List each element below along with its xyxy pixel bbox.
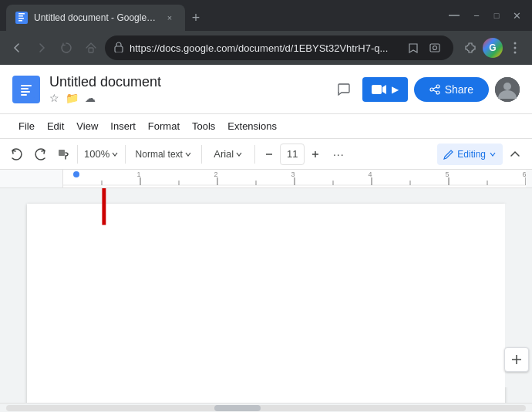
address-bar-row: https://docs.google.com/document/d/1EBYS… — [0, 31, 532, 65]
browser-frame: Untitled document - Google Do... × + − □… — [0, 0, 532, 412]
active-tab[interactable]: Untitled document - Google Do... × — [6, 5, 185, 31]
editing-mode-button[interactable]: Editing — [437, 144, 503, 165]
forward-button[interactable] — [31, 37, 52, 59]
decrease-font-size-button[interactable] — [258, 144, 280, 165]
tab-close-button[interactable]: × — [163, 12, 176, 24]
docs-app: Untitled document ☆ 📁 ☁ ▶ Share — [0, 65, 532, 412]
docs-logo — [12, 76, 40, 103]
svg-point-18 — [436, 85, 439, 88]
svg-text:4: 4 — [368, 171, 372, 178]
font-selector[interactable]: Arial — [205, 144, 251, 165]
toolbar-separator-4 — [254, 145, 255, 164]
svg-text:5: 5 — [445, 171, 449, 178]
docs-title-area: Untitled document ☆ 📁 ☁ — [49, 74, 322, 104]
svg-point-20 — [436, 91, 439, 94]
bottom-scrollbar-bar — [0, 403, 532, 412]
new-tab-button[interactable]: + — [185, 7, 207, 29]
back-button[interactable] — [6, 37, 28, 59]
redo-button[interactable] — [29, 144, 51, 165]
docs-title[interactable]: Untitled document — [49, 74, 322, 90]
zoom-selector[interactable]: 100% — [81, 144, 122, 165]
menu-file[interactable]: File — [12, 117, 41, 135]
svg-text:3: 3 — [291, 171, 295, 178]
increase-font-size-button[interactable] — [305, 144, 326, 165]
profile-icon[interactable]: G — [483, 38, 503, 58]
menu-bar: File Edit View Insert Format Tools Exten… — [0, 114, 532, 139]
horizontal-scrollbar-thumb[interactable] — [214, 405, 261, 411]
menu-tools[interactable]: Tools — [186, 117, 221, 135]
document-area[interactable] — [0, 188, 532, 403]
menu-format[interactable]: Format — [142, 117, 186, 135]
svg-rect-25 — [59, 150, 65, 156]
horizontal-scrollbar[interactable] — [6, 405, 526, 411]
svg-rect-3 — [19, 20, 22, 22]
svg-rect-15 — [21, 91, 30, 93]
undo-button[interactable] — [6, 144, 28, 165]
screenshot-button[interactable] — [426, 39, 444, 57]
window-controls: − □ ✕ — [449, 6, 526, 25]
svg-point-10 — [514, 47, 517, 49]
share-button[interactable]: Share — [414, 77, 489, 102]
font-size-display[interactable]: 11 — [280, 144, 305, 165]
svg-rect-6 — [115, 46, 123, 52]
paint-format-button[interactable] — [52, 144, 74, 165]
meet-label: ▶ — [392, 84, 399, 95]
toolbar-separator-2 — [125, 145, 126, 164]
reload-button[interactable] — [56, 37, 77, 59]
docs-title-icons: ☆ 📁 ☁ — [49, 92, 322, 104]
menu-edit[interactable]: Edit — [41, 117, 70, 135]
svg-point-24 — [503, 83, 511, 90]
browser-toolbar-icons: G — [460, 37, 526, 59]
folder-icon[interactable]: 📁 — [66, 92, 79, 104]
star-icon[interactable]: ☆ — [49, 92, 59, 104]
close-window-button[interactable]: ✕ — [507, 6, 526, 25]
svg-rect-7 — [430, 44, 439, 52]
maximize-button[interactable]: □ — [487, 6, 506, 25]
toolbar: 100% Normal text Arial 11 — [0, 139, 532, 170]
more-options-button[interactable]: ··· — [328, 144, 349, 165]
toolbar-separator-1 — [77, 145, 78, 164]
docs-header-right: ▶ Share — [332, 77, 520, 102]
style-selector[interactable]: Normal text — [129, 144, 198, 165]
svg-text:2: 2 — [214, 171, 217, 178]
zoom-value: 100% — [84, 148, 109, 160]
svg-rect-13 — [21, 85, 32, 86]
svg-rect-5 — [89, 48, 93, 52]
tab-title: Untitled document - Google Do... — [34, 12, 157, 23]
menu-extensions[interactable]: Extensions — [221, 117, 283, 135]
comment-button[interactable] — [332, 77, 356, 102]
document-page[interactable] — [27, 204, 505, 403]
meet-button[interactable]: ▶ — [362, 77, 408, 102]
svg-line-21 — [433, 87, 436, 89]
ruler: 1 2 3 4 5 6 — [0, 170, 532, 188]
svg-text:1: 1 — [136, 171, 140, 178]
cloud-icon[interactable]: ☁ — [85, 92, 96, 104]
svg-rect-16 — [21, 94, 27, 96]
user-avatar[interactable] — [495, 77, 520, 102]
menu-insert[interactable]: Insert — [104, 117, 142, 135]
svg-rect-1 — [19, 15, 23, 17]
docs-header: Untitled document ☆ 📁 ☁ ▶ Share — [0, 65, 532, 114]
insert-button[interactable] — [504, 347, 529, 372]
minimize-button[interactable]: − — [467, 6, 486, 25]
svg-rect-0 — [19, 13, 25, 15]
svg-point-9 — [514, 42, 517, 45]
svg-point-11 — [514, 52, 517, 54]
bookmark-button[interactable] — [404, 39, 423, 57]
extensions-button[interactable] — [460, 37, 481, 59]
svg-rect-14 — [21, 88, 29, 89]
menu-button[interactable] — [504, 37, 526, 59]
style-value: Normal text — [136, 149, 183, 160]
svg-text:6: 6 — [522, 171, 526, 178]
lock-icon — [114, 42, 123, 55]
address-bar[interactable]: https://docs.google.com/document/d/1EBYS… — [105, 35, 453, 60]
home-button[interactable] — [80, 37, 102, 59]
svg-rect-2 — [19, 18, 24, 19]
menu-view[interactable]: View — [70, 117, 104, 135]
font-value: Arial — [214, 148, 234, 160]
collapse-toolbar-button[interactable] — [504, 144, 526, 165]
tab-bar: Untitled document - Google Do... × + − □… — [0, 0, 532, 31]
svg-rect-17 — [372, 85, 382, 94]
url-text: https://docs.google.com/document/d/1EBYS… — [130, 42, 398, 54]
svg-line-22 — [433, 90, 436, 92]
